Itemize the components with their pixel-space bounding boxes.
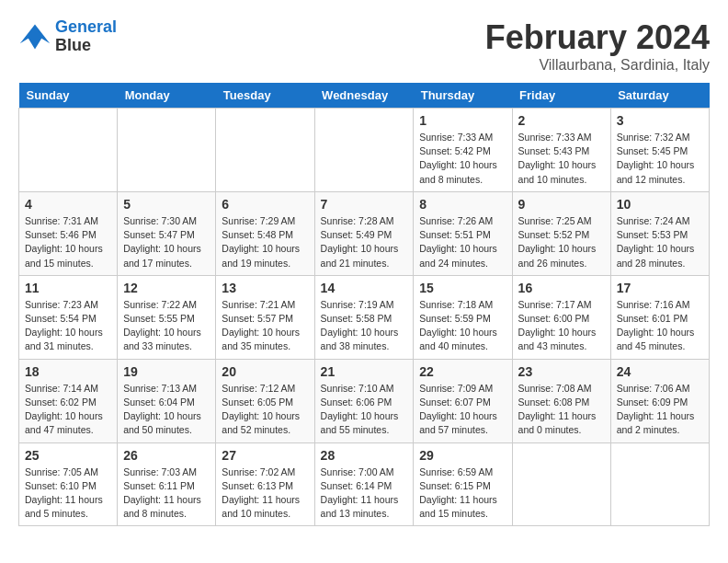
- day-number: 27: [222, 448, 308, 463]
- day-cell: 18Sunrise: 7:14 AM Sunset: 6:02 PM Dayli…: [19, 359, 118, 442]
- logo-text: GeneralBlue: [55, 18, 117, 55]
- day-cell: 14Sunrise: 7:19 AM Sunset: 5:58 PM Dayli…: [314, 275, 414, 359]
- calendar-title: February 2024: [485, 18, 710, 57]
- day-info: Sunrise: 7:26 AM Sunset: 5:51 PM Dayligh…: [419, 214, 506, 270]
- header-cell-tuesday: Tuesday: [216, 83, 314, 109]
- calendar-table: SundayMondayTuesdayWednesdayThursdayFrid…: [18, 83, 710, 526]
- day-number: 20: [222, 364, 308, 379]
- day-cell: 23Sunrise: 7:08 AM Sunset: 6:08 PM Dayli…: [512, 359, 610, 442]
- calendar-body: 1Sunrise: 7:33 AM Sunset: 5:42 PM Daylig…: [19, 109, 710, 526]
- day-cell: 27Sunrise: 7:02 AM Sunset: 6:13 PM Dayli…: [216, 442, 314, 526]
- header-cell-saturday: Saturday: [610, 83, 709, 109]
- day-cell: 3Sunrise: 7:32 AM Sunset: 5:45 PM Daylig…: [610, 109, 709, 192]
- day-cell: 11Sunrise: 7:23 AM Sunset: 5:54 PM Dayli…: [19, 275, 118, 359]
- day-info: Sunrise: 7:22 AM Sunset: 5:55 PM Dayligh…: [123, 298, 210, 354]
- day-info: Sunrise: 7:00 AM Sunset: 6:14 PM Dayligh…: [321, 465, 408, 522]
- day-info: Sunrise: 7:06 AM Sunset: 6:09 PM Dayligh…: [617, 382, 703, 438]
- day-number: 14: [321, 281, 408, 295]
- calendar-subtitle: Villaurbana, Sardinia, Italy: [485, 57, 710, 74]
- day-info: Sunrise: 7:25 AM Sunset: 5:52 PM Dayligh…: [518, 214, 605, 270]
- day-number: 24: [617, 364, 703, 379]
- day-info: Sunrise: 7:29 AM Sunset: 5:48 PM Dayligh…: [222, 214, 308, 270]
- day-cell: 22Sunrise: 7:09 AM Sunset: 6:07 PM Dayli…: [414, 359, 512, 442]
- day-number: 1: [419, 113, 506, 128]
- day-number: 23: [518, 364, 605, 379]
- day-info: Sunrise: 7:32 AM Sunset: 5:45 PM Dayligh…: [617, 131, 703, 187]
- day-info: Sunrise: 7:18 AM Sunset: 5:59 PM Dayligh…: [419, 298, 506, 354]
- week-row-4: 18Sunrise: 7:14 AM Sunset: 6:02 PM Dayli…: [19, 359, 710, 442]
- day-number: 17: [617, 281, 703, 295]
- day-number: 3: [617, 113, 703, 128]
- day-number: 22: [419, 364, 506, 379]
- day-cell: 12Sunrise: 7:22 AM Sunset: 5:55 PM Dayli…: [118, 275, 216, 359]
- day-cell: 19Sunrise: 7:13 AM Sunset: 6:04 PM Dayli…: [118, 359, 216, 442]
- header-cell-thursday: Thursday: [414, 83, 512, 109]
- header-cell-wednesday: Wednesday: [314, 83, 414, 109]
- day-info: Sunrise: 7:09 AM Sunset: 6:07 PM Dayligh…: [419, 382, 506, 438]
- day-number: 12: [123, 281, 210, 295]
- day-info: Sunrise: 6:59 AM Sunset: 6:15 PM Dayligh…: [419, 465, 506, 522]
- day-cell: 21Sunrise: 7:10 AM Sunset: 6:06 PM Dayli…: [314, 359, 414, 442]
- day-number: 4: [25, 197, 111, 212]
- day-info: Sunrise: 7:24 AM Sunset: 5:53 PM Dayligh…: [617, 214, 703, 270]
- day-cell: 6Sunrise: 7:29 AM Sunset: 5:48 PM Daylig…: [216, 191, 314, 275]
- week-row-2: 4Sunrise: 7:31 AM Sunset: 5:46 PM Daylig…: [19, 191, 710, 275]
- day-cell: 17Sunrise: 7:16 AM Sunset: 6:01 PM Dayli…: [610, 275, 709, 359]
- day-number: 10: [617, 197, 703, 212]
- svg-marker-0: [20, 24, 50, 49]
- day-info: Sunrise: 7:28 AM Sunset: 5:49 PM Dayligh…: [321, 214, 408, 270]
- day-number: 5: [123, 197, 210, 212]
- day-info: Sunrise: 7:12 AM Sunset: 6:05 PM Dayligh…: [222, 382, 308, 438]
- day-info: Sunrise: 7:10 AM Sunset: 6:06 PM Dayligh…: [321, 382, 408, 438]
- day-number: 11: [25, 281, 111, 295]
- header-cell-monday: Monday: [118, 83, 216, 109]
- day-cell: 16Sunrise: 7:17 AM Sunset: 6:00 PM Dayli…: [512, 275, 610, 359]
- day-info: Sunrise: 7:08 AM Sunset: 6:08 PM Dayligh…: [518, 382, 605, 438]
- day-cell: 13Sunrise: 7:21 AM Sunset: 5:57 PM Dayli…: [216, 275, 314, 359]
- day-info: Sunrise: 7:30 AM Sunset: 5:47 PM Dayligh…: [123, 214, 210, 270]
- week-row-1: 1Sunrise: 7:33 AM Sunset: 5:42 PM Daylig…: [19, 109, 710, 192]
- day-number: 19: [123, 364, 210, 379]
- header-cell-friday: Friday: [512, 83, 610, 109]
- title-area: February 2024 Villaurbana, Sardinia, Ita…: [485, 18, 710, 74]
- day-number: 15: [419, 281, 506, 295]
- day-cell: 8Sunrise: 7:26 AM Sunset: 5:51 PM Daylig…: [414, 191, 512, 275]
- day-cell: 25Sunrise: 7:05 AM Sunset: 6:10 PM Dayli…: [19, 442, 118, 526]
- page-header: GeneralBlue February 2024 Villaurbana, S…: [18, 18, 710, 74]
- day-number: 25: [25, 448, 111, 463]
- day-number: 7: [321, 197, 408, 212]
- day-info: Sunrise: 7:19 AM Sunset: 5:58 PM Dayligh…: [321, 298, 408, 354]
- day-cell: 5Sunrise: 7:30 AM Sunset: 5:47 PM Daylig…: [118, 191, 216, 275]
- day-cell: 7Sunrise: 7:28 AM Sunset: 5:49 PM Daylig…: [314, 191, 414, 275]
- day-number: 6: [222, 197, 308, 212]
- day-number: 8: [419, 197, 506, 212]
- day-info: Sunrise: 7:03 AM Sunset: 6:11 PM Dayligh…: [123, 465, 210, 522]
- day-cell: 1Sunrise: 7:33 AM Sunset: 5:42 PM Daylig…: [414, 109, 512, 192]
- day-info: Sunrise: 7:14 AM Sunset: 6:02 PM Dayligh…: [25, 382, 111, 438]
- week-row-5: 25Sunrise: 7:05 AM Sunset: 6:10 PM Dayli…: [19, 442, 710, 526]
- header-cell-sunday: Sunday: [19, 83, 118, 109]
- day-number: 16: [518, 281, 605, 295]
- day-cell: 4Sunrise: 7:31 AM Sunset: 5:46 PM Daylig…: [19, 191, 118, 275]
- day-number: 2: [518, 113, 605, 128]
- day-cell: 20Sunrise: 7:12 AM Sunset: 6:05 PM Dayli…: [216, 359, 314, 442]
- day-info: Sunrise: 7:33 AM Sunset: 5:42 PM Dayligh…: [419, 131, 506, 187]
- day-info: Sunrise: 7:16 AM Sunset: 6:01 PM Dayligh…: [617, 298, 703, 354]
- day-info: Sunrise: 7:23 AM Sunset: 5:54 PM Dayligh…: [25, 298, 111, 354]
- day-number: 13: [222, 281, 308, 295]
- day-info: Sunrise: 7:13 AM Sunset: 6:04 PM Dayligh…: [123, 382, 210, 438]
- day-number: 18: [25, 364, 111, 379]
- day-info: Sunrise: 7:31 AM Sunset: 5:46 PM Dayligh…: [25, 214, 111, 270]
- day-info: Sunrise: 7:21 AM Sunset: 5:57 PM Dayligh…: [222, 298, 308, 354]
- day-number: 28: [321, 448, 408, 463]
- day-cell: [610, 442, 709, 526]
- logo: GeneralBlue: [18, 18, 117, 55]
- day-info: Sunrise: 7:05 AM Sunset: 6:10 PM Dayligh…: [25, 465, 111, 522]
- day-info: Sunrise: 7:17 AM Sunset: 6:00 PM Dayligh…: [518, 298, 605, 354]
- day-cell: [118, 109, 216, 192]
- day-cell: 9Sunrise: 7:25 AM Sunset: 5:52 PM Daylig…: [512, 191, 610, 275]
- day-number: 21: [321, 364, 408, 379]
- calendar-header-row: SundayMondayTuesdayWednesdayThursdayFrid…: [19, 83, 710, 109]
- day-info: Sunrise: 7:33 AM Sunset: 5:43 PM Dayligh…: [518, 131, 605, 187]
- day-number: 26: [123, 448, 210, 463]
